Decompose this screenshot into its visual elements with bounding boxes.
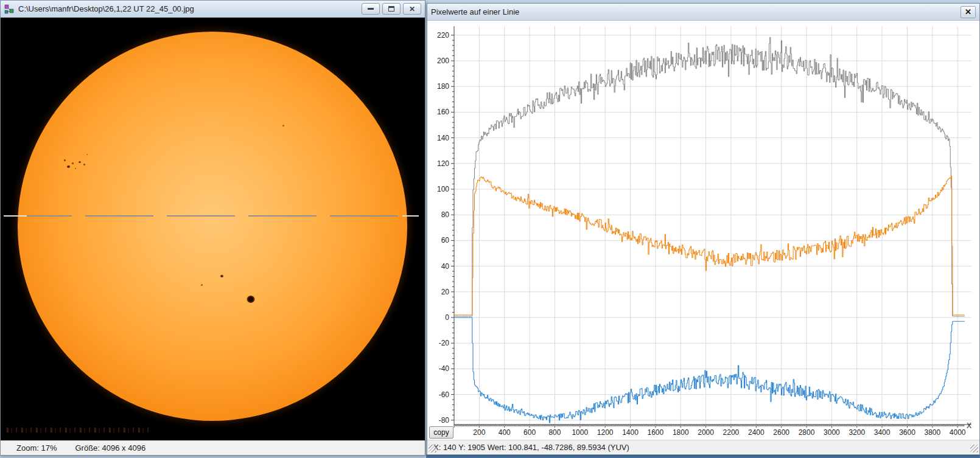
svg-text:160: 160 [437, 108, 449, 116]
svg-text:600: 600 [523, 428, 536, 437]
svg-text:800: 800 [548, 428, 561, 437]
svg-text:20: 20 [441, 288, 450, 296]
pixel-values-titlebar[interactable]: Pixelwerte auf einer Linie ✕ [427, 4, 979, 21]
svg-text:2000: 2000 [698, 428, 714, 437]
profile-line [4, 215, 419, 217]
sunspot [220, 275, 223, 277]
svg-text:-40: -40 [439, 364, 450, 373]
svg-text:3800: 3800 [924, 428, 940, 437]
svg-text:2600: 2600 [773, 428, 789, 437]
sunspot [201, 284, 203, 286]
minimize-button[interactable] [362, 3, 380, 15]
svg-text:3400: 3400 [874, 428, 891, 437]
resize-grip-right[interactable] [970, 445, 978, 453]
copy-button[interactable]: copy [429, 426, 453, 439]
sunspot [67, 165, 70, 168]
svg-text:1400: 1400 [622, 428, 639, 437]
image-viewer-window: C:\Users\manfr\Desktop\26,1,22 UT 22_45_… [0, 0, 425, 456]
sunspot [79, 161, 81, 163]
svg-text:200: 200 [473, 428, 485, 437]
svg-text:0: 0 [445, 313, 449, 322]
cursor-readout: X: 140 Y: 1905 Wert: 100.841, -48.7286, … [433, 443, 629, 452]
pixel-profile-plot[interactable]: -80-60-40-200204060801001201401601802002… [427, 21, 979, 440]
svg-text:-60: -60 [439, 390, 450, 399]
svg-text:1800: 1800 [673, 428, 689, 437]
chart-statusbar: X: 140 Y: 1905 Wert: 100.841, -48.7286, … [427, 440, 979, 454]
profile-line-tip-right [402, 215, 419, 217]
svg-text:100: 100 [437, 185, 449, 193]
svg-text:-20: -20 [439, 339, 450, 347]
close-button[interactable]: ✕ [961, 6, 976, 18]
minimize-icon [368, 8, 374, 10]
app-icon [4, 4, 14, 14]
svg-text:3600: 3600 [899, 428, 915, 437]
svg-text:1000: 1000 [572, 428, 588, 437]
svg-text:60: 60 [441, 236, 450, 245]
image-size: Größe: 4096 x 4096 [75, 443, 145, 453]
maximize-icon [388, 6, 394, 12]
sun-disc [18, 32, 407, 421]
chart-area[interactable]: -80-60-40-200204060801001201401601802002… [427, 21, 979, 440]
svg-text:X: X [967, 422, 971, 430]
profile-line-tip-left [4, 215, 27, 217]
sunspot [83, 164, 85, 165]
sunspot [282, 125, 284, 127]
sunspot [86, 154, 88, 155]
pixel-values-window: Pixelwerte auf einer Linie ✕ -80-60-40-2… [427, 3, 980, 455]
svg-text:40: 40 [441, 262, 450, 271]
svg-text:1200: 1200 [597, 428, 614, 437]
close-button[interactable]: ✕ [403, 3, 421, 15]
image-viewer-title: C:\Users\manfr\Desktop\26,1,22 UT 22_45_… [18, 4, 194, 13]
image-viewer-statusbar: Zoom: 17% Größe: 4096 x 4096 [1, 440, 425, 454]
svg-text:220: 220 [437, 31, 449, 40]
resize-grip-left[interactable] [429, 445, 436, 453]
svg-text:3200: 3200 [849, 428, 865, 437]
maximize-button[interactable] [382, 3, 401, 15]
sun-image-canvas[interactable] [1, 18, 425, 440]
sunspot [72, 162, 74, 164]
zoom-level: Zoom: 17% [16, 443, 57, 453]
svg-text:140: 140 [437, 134, 449, 142]
svg-text:2200: 2200 [723, 428, 740, 437]
close-icon: ✕ [409, 5, 415, 13]
svg-text:2800: 2800 [799, 428, 815, 437]
svg-text:200: 200 [437, 57, 449, 65]
svg-text:400: 400 [499, 428, 511, 437]
sunspot [64, 159, 66, 161]
svg-text:3000: 3000 [824, 428, 840, 437]
desktop: C:\Users\manfr\Desktop\26,1,22 UT 22_45_… [0, 0, 980, 458]
svg-text:180: 180 [437, 82, 449, 91]
sunspot [247, 296, 255, 303]
sunspot [75, 168, 76, 169]
close-icon: ✕ [965, 7, 971, 16]
svg-text:-80: -80 [439, 416, 450, 425]
pixel-values-title: Pixelwerte auf einer Linie [431, 7, 519, 16]
svg-text:80: 80 [441, 210, 450, 219]
svg-text:2400: 2400 [748, 428, 765, 437]
watermark-marks [7, 428, 152, 432]
svg-text:4000: 4000 [950, 428, 966, 437]
image-viewer-titlebar[interactable]: C:\Users\manfr\Desktop\26,1,22 UT 22_45_… [1, 1, 425, 18]
svg-text:1600: 1600 [648, 428, 664, 437]
svg-text:120: 120 [437, 159, 449, 168]
